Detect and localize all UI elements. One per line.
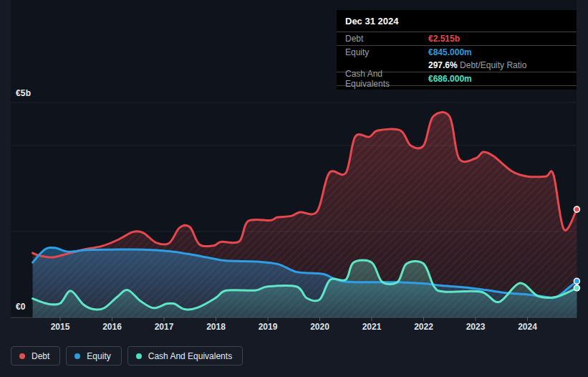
series-end-marker	[574, 285, 579, 291]
x-axis-year-2016: 2016	[95, 322, 130, 332]
x-axis-year-2015: 2015	[42, 322, 78, 332]
tooltip-row-equity: Equity €845.000m	[337, 46, 577, 59]
tooltip-debt-label: Debt	[345, 34, 428, 44]
tooltip-row-debt: Debt €2.515b	[337, 32, 577, 46]
tooltip-date: Dec 31 2024	[337, 10, 577, 32]
x-axis-year-2018: 2018	[198, 322, 234, 332]
legend-item-cash[interactable]: Cash And Equivalents	[127, 346, 243, 366]
chart-tooltip: Dec 31 2024 Debt €2.515b Equity €845.000…	[337, 10, 577, 90]
x-axis-year-2020: 2020	[302, 322, 338, 332]
series-end-marker	[574, 206, 579, 212]
y-axis-zero-label: €0	[16, 302, 26, 312]
x-axis-year-2024: 2024	[510, 322, 546, 332]
debt-dot-icon	[19, 353, 25, 359]
chart-legend: Debt Equity Cash And Equivalents	[11, 346, 243, 366]
debt-equity-chart-panel: €5b €0 201520162017201820192020202120222…	[0, 0, 588, 377]
x-axis-year-2021: 2021	[354, 322, 390, 332]
x-axis-year-2022: 2022	[406, 322, 442, 332]
legend-debt-label: Debt	[32, 351, 49, 361]
tooltip-debt-value: €2.515b	[428, 34, 460, 44]
legend-equity-label: Equity	[87, 351, 110, 361]
tooltip-ratio-value: 297.6%	[428, 60, 458, 70]
tooltip-cash-label: Cash And Equivalents	[345, 69, 428, 89]
x-axis-year-2023: 2023	[458, 322, 493, 332]
equity-dot-icon	[74, 353, 80, 359]
tooltip-ratio-label: Debt/Equity Ratio	[460, 60, 526, 70]
tooltip-equity-value: €845.000m	[428, 47, 472, 57]
x-axis-year-2019: 2019	[250, 322, 286, 332]
tooltip-cash-value: €686.000m	[428, 74, 472, 84]
legend-item-debt[interactable]: Debt	[11, 346, 60, 366]
tooltip-equity-label: Equity	[345, 47, 428, 57]
series-end-marker	[574, 278, 579, 284]
tooltip-row-cash: Cash And Equivalents €686.000m	[337, 72, 577, 86]
y-axis-max-label: €5b	[16, 88, 31, 98]
legend-item-equity[interactable]: Equity	[66, 346, 121, 366]
legend-cash-label: Cash And Equivalents	[148, 351, 232, 361]
x-axis-year-2017: 2017	[146, 322, 182, 332]
cash-dot-icon	[136, 353, 142, 359]
